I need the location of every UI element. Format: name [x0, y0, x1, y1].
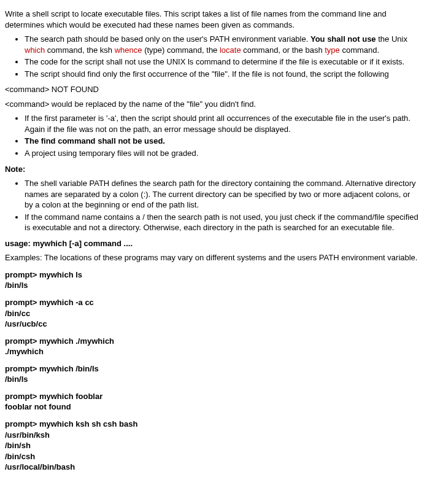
note-label: Note:: [5, 164, 419, 175]
ex1-cmd: prompt> mywhich ls: [5, 269, 419, 281]
ex4-cmd: prompt> mywhich /bin/ls: [5, 363, 419, 374]
replaced-line: <command> would be replaced by the name …: [5, 99, 419, 110]
req1-text-d: command, the ksh: [45, 45, 114, 55]
ex6-out1: /usr/bin/ksh: [5, 430, 419, 441]
req1-text-g: command.: [340, 45, 379, 55]
ex2-out1: /bin/cc: [5, 308, 419, 319]
ex1-out: /bin/ls: [5, 280, 419, 291]
req-item-2: The code for the script shall not use th…: [25, 56, 419, 68]
note-list: The shell variable PATH defines the sear…: [5, 178, 419, 233]
ex6-out2: /bin/sh: [5, 440, 419, 451]
ex5-out: fooblar not found: [5, 401, 419, 413]
note-item-1: The shell variable PATH defines the sear…: [25, 178, 419, 211]
req1-whence: whence: [115, 45, 142, 55]
examples-intro: Examples: The locations of these program…: [5, 252, 419, 263]
req1-type: type: [325, 45, 340, 55]
example-6: prompt> mywhich ksh sh csh bash /usr/bin…: [5, 419, 419, 473]
req-item-4: If the first parameter is '-a', then the…: [25, 113, 419, 134]
req-item-6: A project using temporary files will not…: [25, 148, 419, 159]
intro-paragraph: Write a shell script to locate executabl…: [5, 9, 419, 30]
notfound-line: <command> NOT FOUND: [5, 84, 419, 95]
ex5-cmd: prompt> mywhich fooblar: [5, 391, 419, 402]
req-item-5: The find command shall not be used.: [25, 136, 419, 147]
ex4-out: /bin/ls: [5, 374, 419, 385]
example-1: prompt> mywhich ls /bin/ls: [5, 269, 419, 291]
usage-line: usage: mywhich [-a] command ....: [5, 238, 419, 249]
req1-text-f: command, or the bash: [241, 45, 325, 55]
req1-text-a: The search path should be based only on …: [25, 34, 310, 44]
note-item-2: If the command name contains a / then th…: [25, 212, 419, 233]
req-item-3: The script should find only the first oc…: [25, 69, 419, 80]
req1-which: which: [25, 45, 45, 55]
example-2: prompt> mywhich -a cc /bin/cc /usr/ucb/c…: [5, 297, 419, 330]
ex3-cmd: prompt> mywhich ./mywhich: [5, 336, 419, 347]
ex6-out4: /usr/local/bin/bash: [5, 462, 419, 473]
ex2-cmd: prompt> mywhich -a cc: [5, 297, 419, 308]
requirements-list-1: The search path should be based only on …: [5, 34, 419, 79]
requirements-list-2: If the first parameter is '-a', then the…: [5, 113, 419, 158]
req1-locate: locate: [220, 45, 241, 55]
req1-text-c: the Unix: [376, 34, 407, 44]
ex3-out: ./mywhich: [5, 346, 419, 357]
req-item-1: The search path should be based only on …: [25, 34, 419, 55]
ex6-out3: /bin/csh: [5, 451, 419, 462]
example-3: prompt> mywhich ./mywhich ./mywhich: [5, 336, 419, 357]
req1-text-b: You shall not use: [310, 34, 376, 44]
example-4: prompt> mywhich /bin/ls /bin/ls: [5, 363, 419, 385]
example-5: prompt> mywhich fooblar fooblar not foun…: [5, 391, 419, 413]
ex6-cmd: prompt> mywhich ksh sh csh bash: [5, 419, 419, 430]
req1-text-e: (type) command, the: [142, 45, 220, 55]
ex2-out2: /usr/ucb/cc: [5, 319, 419, 330]
